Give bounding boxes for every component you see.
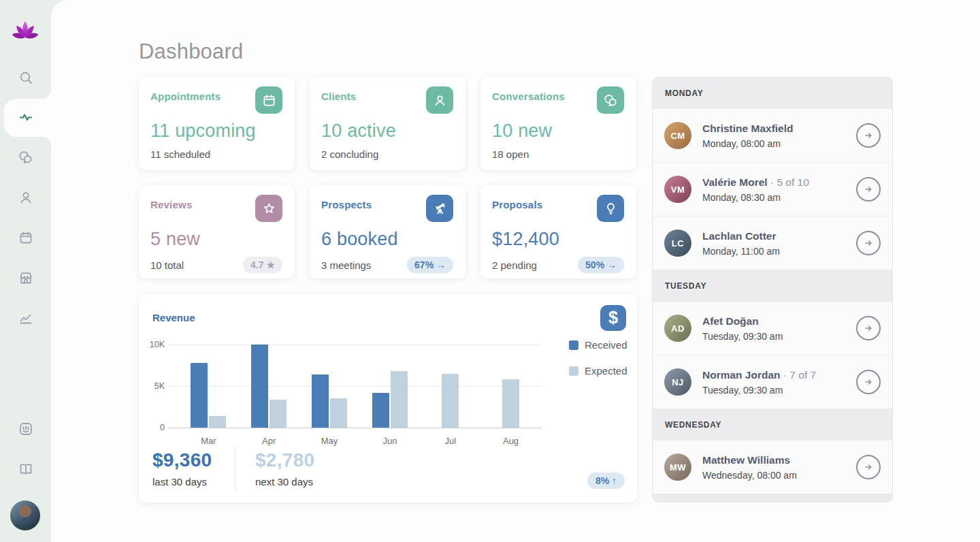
schedule-row[interactable]: CM Christine Maxfield Monday, 08:00 am — [653, 109, 892, 163]
stat-card-clients[interactable]: Clients 10 active 2 concluding — [310, 77, 466, 170]
stat-card-value: 10 active — [321, 121, 453, 142]
x-axis-label: Jul — [433, 436, 468, 446]
schedule-row[interactable]: AD Afet Doğan Tuesday, 09:30 am — [653, 302, 892, 355]
y-axis-tick: 5K — [139, 381, 165, 391]
main-content: Dashboard Appointments 11 upcoming 11 sc… — [51, 0, 980, 542]
legend-swatch — [569, 340, 578, 350]
bar-group-jun: Jun — [372, 345, 408, 428]
store-icon — [18, 270, 34, 289]
stat-card-prospects[interactable]: Prospects 6 booked 3 meetings 67% → — [310, 185, 466, 278]
person-name: Norman Jordan — [702, 369, 781, 381]
arrow-right-icon[interactable] — [856, 231, 881, 255]
person-name: Valérie Morel — [702, 176, 768, 188]
trend-badge: 8% ↑ — [587, 473, 625, 489]
schedule-panel: MONDAY CM Christine Maxfield Monday, 08:… — [652, 77, 893, 503]
schedule-row[interactable]: MW Matthew Williams Wednesday, 08:00 am — [653, 441, 892, 494]
legend-item-expected: Expected — [569, 365, 627, 377]
bar-expected-may — [330, 398, 347, 428]
activity-icon — [18, 109, 34, 128]
stat-card-value: 5 new — [150, 229, 282, 250]
stat-card-appointments[interactable]: Appointments 11 upcoming 11 scheduled — [139, 77, 295, 170]
sidebar-item-calendar[interactable] — [10, 223, 41, 254]
stat-card-subtext: 2 concluding — [321, 148, 378, 160]
legend-label: Received — [585, 339, 627, 351]
stat-card-grid: Appointments 11 upcoming 11 scheduled Cl… — [139, 77, 637, 278]
bar-group-aug: Aug — [493, 345, 529, 428]
arrow-right-icon[interactable] — [856, 316, 881, 340]
stat-card-conversations[interactable]: Conversations 10 new 18 open — [480, 77, 636, 170]
arrow-right-icon[interactable] — [856, 123, 881, 148]
revenue-stat-next: $2,780 next 30 days — [255, 449, 314, 488]
x-axis-label: May — [312, 436, 347, 446]
arrow-right-icon[interactable] — [856, 177, 881, 202]
stat-card-badge: 4.7 ★ — [243, 257, 282, 273]
person-name: Afet Doğan — [702, 315, 759, 327]
sidebar-item-reports[interactable] — [10, 304, 41, 334]
svg-text:$: $ — [608, 308, 618, 327]
chat-icon — [597, 86, 624, 114]
next-day-header-partial — [653, 494, 892, 503]
revenue-amount-next: $2,780 — [255, 449, 314, 471]
day-header-monday: MONDAY — [653, 78, 892, 109]
sidebar-item-library[interactable] — [10, 455, 41, 485]
arrow-right-icon[interactable] — [856, 455, 881, 479]
person-icon — [426, 86, 453, 114]
bar-expected-aug — [502, 379, 519, 428]
bar-received-jun — [372, 393, 389, 428]
schedule-row[interactable]: LC Lachlan Cotter Monday, 11:00 am — [653, 217, 892, 270]
dollar-icon[interactable]: $ — [600, 305, 626, 331]
stat-card-value: $12,400 — [492, 229, 624, 250]
legend-label: Expected — [585, 365, 627, 377]
bar-expected-jul — [442, 374, 459, 428]
calendar-icon — [18, 229, 34, 249]
stat-card-badge: 50% → — [578, 257, 624, 273]
sidebar-item-activity[interactable] — [10, 103, 41, 133]
avatar: NJ — [664, 368, 691, 396]
y-axis-tick: 0 — [139, 423, 165, 432]
bar-expected-jun — [391, 371, 408, 428]
chart-plot-area: MarAprMayJunJulAug — [178, 345, 541, 428]
telescope-icon — [426, 195, 453, 222]
avatar: CM — [664, 122, 691, 149]
bar-group-apr: Apr — [251, 345, 287, 428]
stat-card-subtext: 2 pending — [492, 259, 537, 271]
avatar: AD — [664, 315, 691, 342]
revenue-card: Revenue $ 05K10KMarAprMayJunJulAug Recei… — [139, 294, 637, 503]
gridline-0 — [169, 428, 541, 428]
avatar: VM — [664, 176, 691, 203]
y-axis-tick: 10K — [139, 340, 165, 349]
day-header-wednesday: WEDNESDAY — [653, 409, 892, 441]
conversations-icon — [18, 149, 34, 168]
bar-received-mar — [191, 363, 208, 428]
legend-item-received: Received — [569, 339, 627, 351]
stat-card-subtext: 18 open — [492, 148, 529, 160]
sidebar-item-search[interactable] — [10, 63, 41, 94]
schedule-row[interactable]: VM Valérie Morel · 5 of 10 Monday, 08:30… — [653, 163, 892, 217]
session-count: · 7 of 7 — [781, 369, 817, 381]
avatar: LC — [664, 229, 691, 257]
stat-card-proposals[interactable]: Proposals $12,400 2 pending 50% → — [480, 185, 636, 278]
session-count: · 5 of 10 — [768, 176, 809, 188]
bar-group-may: May — [312, 345, 347, 428]
bar-group-jul: Jul — [433, 345, 468, 428]
day-header-tuesday: TUESDAY — [653, 270, 892, 302]
stat-card-subtext: 3 meetings — [321, 259, 371, 271]
sidebar-item-conversations[interactable] — [10, 143, 41, 174]
stat-card-reviews[interactable]: Reviews 5 new 10 total 4.7 ★ — [139, 185, 295, 278]
search-icon — [18, 69, 34, 89]
bar-expected-mar — [209, 416, 226, 428]
sidebar-item-messenger[interactable] — [10, 415, 41, 445]
bar-group-mar: Mar — [191, 345, 226, 428]
x-axis-label: Apr — [251, 436, 287, 446]
bar-received-may — [312, 374, 329, 428]
legend-swatch — [569, 366, 578, 376]
x-axis-label: Jun — [372, 436, 408, 446]
chart-legend: ReceivedExpected — [569, 339, 627, 377]
sidebar-item-store[interactable] — [10, 264, 41, 294]
sidebar-item-clients[interactable] — [10, 183, 41, 214]
app-root: Dashboard Appointments 11 upcoming 11 sc… — [0, 0, 980, 542]
stat-card-value: 11 upcoming — [150, 121, 282, 142]
arrow-right-icon[interactable] — [856, 370, 881, 394]
schedule-row[interactable]: NJ Norman Jordan · 7 of 7 Tuesday, 09:30… — [653, 355, 892, 409]
user-avatar[interactable] — [10, 500, 40, 530]
